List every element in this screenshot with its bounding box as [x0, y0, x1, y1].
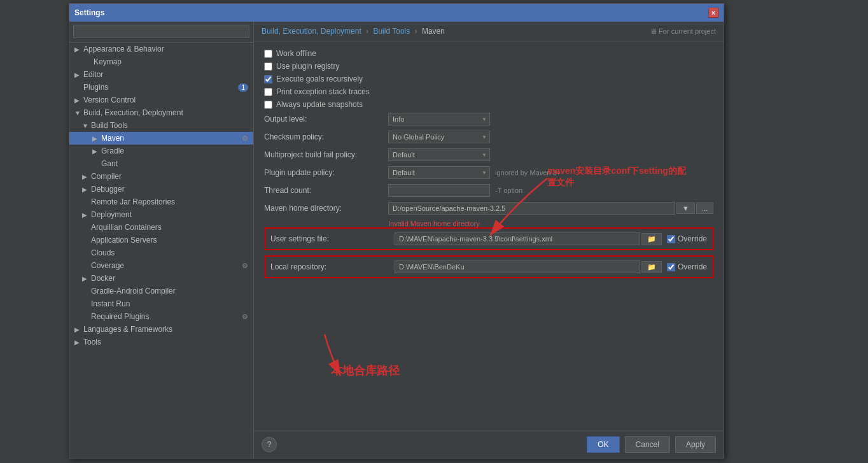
local-repo-folder-button[interactable]: 📁: [641, 261, 662, 273]
apply-button[interactable]: Apply: [675, 436, 716, 453]
maven-home-label: Maven home directory:: [264, 204, 388, 213]
multiproject-row: Multiproject build fail policy: Default …: [264, 148, 713, 161]
gear-icon: ⚙: [242, 134, 248, 143]
search-box: [69, 22, 253, 43]
sidebar-item-lang-frameworks[interactable]: ▶ Languages & Frameworks: [69, 323, 253, 336]
arrow-icon: ▼: [82, 122, 88, 129]
sidebar-item-appearance[interactable]: ▶ Appearance & Behavior: [69, 43, 253, 55]
sidebar-item-remote-jar[interactable]: Remote Jar Repositories: [69, 196, 253, 208]
help-icon: ?: [267, 440, 272, 449]
sidebar-item-deployment[interactable]: ▶ Deployment: [69, 208, 253, 221]
plugins-badge: 1: [238, 83, 248, 92]
sidebar-item-app-servers[interactable]: Application Servers: [69, 234, 253, 246]
thread-count-row: Thread count: -T option: [264, 184, 713, 197]
output-level-row: Output level: Info Debug Warn Error: [264, 113, 713, 125]
arrow-icon: ▶: [74, 71, 81, 78]
settings-content: Work offline Use plugin registry Execute…: [254, 41, 724, 431]
sidebar-item-build-exec-deploy[interactable]: ▼ Build, Execution, Deployment: [69, 106, 253, 119]
thread-count-wrapper: -T option: [388, 184, 713, 197]
sidebar-item-clouds[interactable]: Clouds: [69, 246, 253, 259]
help-button[interactable]: ?: [262, 437, 277, 452]
sidebar-item-plugins[interactable]: Plugins 1: [69, 81, 253, 94]
sidebar-item-required-plugins[interactable]: Required Plugins ⚙: [69, 310, 253, 323]
maven-home-browse-button[interactable]: ▼: [676, 203, 695, 214]
sidebar-item-label: Gradle: [101, 146, 124, 155]
arrow-icon: ▼: [74, 110, 81, 117]
sidebar-item-gradle-android[interactable]: Gradle-Android Compiler: [69, 285, 253, 297]
local-repo-override-checkbox[interactable]: [667, 263, 675, 271]
sidebar-item-label: Maven: [101, 134, 124, 143]
local-repo-input[interactable]: [395, 260, 640, 273]
checksum-policy-select[interactable]: No Global Policy Fail Warn: [388, 131, 490, 143]
sidebar-item-coverage[interactable]: Coverage ⚙: [69, 259, 253, 272]
sidebar-item-label: Instant Run: [91, 299, 130, 308]
local-repo-wrapper: 📁 Override: [395, 260, 707, 273]
arrow-icon: ▶: [82, 186, 88, 193]
user-settings-input[interactable]: [395, 232, 640, 245]
user-settings-wrapper: 📁 Override: [395, 232, 707, 245]
sidebar-item-arquillian[interactable]: Arquillian Containers: [69, 221, 253, 234]
sidebar-item-maven[interactable]: ▶ Maven ⚙: [69, 132, 253, 145]
sidebar-item-debugger[interactable]: ▶ Debugger: [69, 183, 253, 196]
sidebar-item-gant[interactable]: Gant: [69, 157, 253, 170]
maven-home-input[interactable]: [388, 202, 675, 215]
arrow-icon: ▶: [82, 275, 88, 282]
sidebar-item-label: Languages & Frameworks: [83, 325, 172, 334]
sidebar-item-docker[interactable]: ▶ Docker: [69, 272, 253, 285]
sidebar-item-label: Gant: [101, 159, 118, 168]
sidebar-item-build-tools[interactable]: ▼ Build Tools: [69, 119, 253, 132]
sidebar-item-tools[interactable]: ▶ Tools: [69, 336, 253, 348]
sidebar-item-label: Tools: [83, 338, 101, 346]
always-update-label: Always update snapshots: [276, 100, 363, 109]
user-settings-folder-button[interactable]: 📁: [641, 233, 662, 245]
multiproject-label: Multiproject build fail policy:: [264, 150, 388, 159]
sidebar-item-label: Remote Jar Repositories: [91, 197, 175, 206]
settings-dialog: Settings × ▶ Appearance & Behavior Keyma…: [69, 3, 724, 459]
sidebar-item-version-control[interactable]: ▶ Version Control: [69, 94, 253, 106]
always-update-checkbox[interactable]: [264, 101, 272, 109]
ok-button[interactable]: OK: [587, 436, 619, 453]
print-exception-row: Print exception stack traces: [264, 87, 713, 96]
sidebar-item-compiler[interactable]: ▶ Compiler: [69, 170, 253, 183]
use-plugin-checkbox[interactable]: [264, 62, 272, 71]
local-repo-override-wrapper: Override: [667, 262, 707, 271]
cancel-button[interactable]: Cancel: [625, 436, 670, 453]
work-offline-row: Work offline: [264, 49, 713, 58]
sidebar-item-editor[interactable]: ▶ Editor: [69, 68, 253, 81]
sidebar-item-instant-run[interactable]: Instant Run: [69, 297, 253, 310]
sidebar-item-label: Deployment: [91, 210, 132, 219]
output-level-wrapper: Info Debug Warn Error: [388, 113, 713, 125]
user-settings-override-checkbox[interactable]: [667, 235, 675, 243]
maven-home-invalid: Invalid Maven home directory: [388, 220, 713, 227]
sidebar-item-gradle[interactable]: ▶ Gradle: [69, 145, 253, 157]
maven-home-folder-button[interactable]: ...: [696, 203, 713, 214]
search-input[interactable]: [73, 25, 249, 38]
work-offline-checkbox[interactable]: [264, 50, 272, 58]
breadcrumb-sep2: ›: [415, 27, 417, 36]
sidebar-item-label: Docker: [91, 274, 115, 283]
output-level-select[interactable]: Info Debug Warn Error: [388, 113, 490, 125]
plugin-update-select-wrapper: Default Always Never: [388, 166, 490, 179]
thread-count-input[interactable]: [388, 184, 490, 197]
sidebar-item-keymap[interactable]: Keymap: [69, 55, 253, 68]
execute-goals-row: Execute goals recursively: [264, 75, 713, 83]
for-current-project: 🖥 For current project: [650, 27, 716, 35]
multiproject-wrapper: Default Always Never: [388, 148, 713, 161]
breadcrumb-part1: Build, Execution, Deployment: [262, 27, 361, 36]
arrow-icon: ▶: [74, 339, 81, 346]
local-repo-label: Local repository:: [270, 262, 395, 271]
monitor-icon: 🖥: [650, 27, 657, 35]
plugin-update-label: Plugin update policy:: [264, 168, 388, 177]
sidebar-item-label: Version Control: [83, 96, 136, 104]
gear-icon: ⚙: [242, 313, 248, 321]
plugin-update-select[interactable]: Default Always Never: [388, 166, 490, 179]
maven-home-row: Maven home directory: ▼ ...: [264, 202, 713, 215]
close-button[interactable]: ×: [708, 8, 718, 18]
user-settings-row: User settings file: 📁 Override: [270, 232, 707, 245]
left-panel: ▶ Appearance & Behavior Keymap ▶ Editor …: [69, 22, 254, 458]
execute-goals-checkbox[interactable]: [264, 75, 272, 83]
checksum-policy-label: Checksum policy:: [264, 132, 388, 141]
print-exception-checkbox[interactable]: [264, 88, 272, 96]
thread-count-hint: -T option: [495, 187, 522, 194]
multiproject-select[interactable]: Default Always Never: [388, 148, 490, 161]
